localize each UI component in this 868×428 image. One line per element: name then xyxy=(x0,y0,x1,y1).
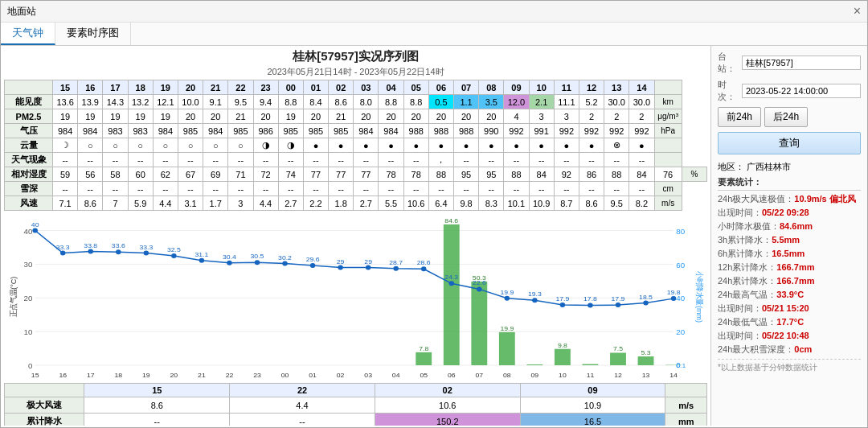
svg-text:24.3: 24.3 xyxy=(444,274,458,282)
svg-rect-26 xyxy=(583,364,599,365)
svg-text:5.3: 5.3 xyxy=(641,348,651,356)
svg-text:84.6: 84.6 xyxy=(444,216,458,224)
next-24h-button[interactable]: 后24h xyxy=(764,107,808,127)
time-label: 时次： xyxy=(718,79,739,103)
right-panel: 台站： 时次： 前24h 后24h 查询 地区： 广西桂林市 要素统计： 24h… xyxy=(710,46,867,426)
svg-text:16: 16 xyxy=(59,371,67,379)
region-label: 地区： xyxy=(718,162,744,171)
svg-rect-21 xyxy=(499,332,515,365)
svg-text:17: 17 xyxy=(87,371,95,379)
svg-rect-23 xyxy=(526,364,542,365)
svg-point-60 xyxy=(421,266,427,271)
svg-text:06: 06 xyxy=(448,371,456,379)
svg-text:17.9: 17.9 xyxy=(555,294,569,302)
svg-text:80: 80 xyxy=(676,228,685,237)
svg-point-40 xyxy=(144,251,149,256)
svg-text:00: 00 xyxy=(281,371,289,379)
svg-text:40: 40 xyxy=(24,228,33,236)
svg-text:18: 18 xyxy=(114,371,122,379)
svg-point-72 xyxy=(588,302,593,307)
svg-text:10: 10 xyxy=(559,371,567,379)
svg-text:31.1: 31.1 xyxy=(194,250,208,258)
svg-text:40: 40 xyxy=(31,220,39,228)
svg-rect-29 xyxy=(638,356,654,365)
nav-buttons: 前24h 后24h xyxy=(718,107,861,127)
svg-text:22.6: 22.6 xyxy=(473,279,486,287)
svg-point-74 xyxy=(616,302,621,307)
svg-text:30.2: 30.2 xyxy=(278,253,292,261)
time-input[interactable] xyxy=(742,84,861,98)
svg-text:29: 29 xyxy=(364,257,372,265)
close-button[interactable]: × xyxy=(854,4,861,19)
svg-text:33.3: 33.3 xyxy=(139,243,153,251)
svg-text:03: 03 xyxy=(364,371,372,379)
svg-text:0.1: 0.1 xyxy=(676,361,686,369)
svg-point-66 xyxy=(505,296,510,301)
svg-text:19.3: 19.3 xyxy=(528,290,542,298)
tab-weather-clock[interactable]: 天气钟 xyxy=(1,23,55,45)
svg-text:22: 22 xyxy=(226,371,234,379)
svg-point-42 xyxy=(171,253,177,258)
svg-text:02: 02 xyxy=(337,371,345,379)
svg-point-50 xyxy=(282,261,288,266)
svg-text:05: 05 xyxy=(420,371,428,379)
svg-text:21: 21 xyxy=(198,371,206,379)
main-window: 地面站 × 天气钟 要素时序图 桂林[57957]实况序列图 2023年05月2… xyxy=(0,0,868,428)
svg-text:0: 0 xyxy=(28,362,32,370)
stat-item: 小时降水极值：84.6mm xyxy=(718,220,861,233)
left-panel: 桂林[57957]实况序列图 2023年05月21日14时 - 2023年05月… xyxy=(1,46,710,426)
main-content: 桂林[57957]实况序列图 2023年05月21日14时 - 2023年05月… xyxy=(1,46,867,426)
stat-item: 出现时间：05/21 15:20 xyxy=(718,302,861,315)
svg-point-56 xyxy=(366,265,371,270)
svg-text:33.6: 33.6 xyxy=(112,242,125,250)
svg-rect-24 xyxy=(555,349,571,365)
svg-point-38 xyxy=(116,249,121,254)
stat-item: 出现时间：05/22 10:48 xyxy=(718,330,861,342)
stat-item: 3h累计降水：5.5mm xyxy=(718,234,861,246)
svg-point-46 xyxy=(227,261,232,265)
svg-point-52 xyxy=(310,263,316,268)
svg-text:07: 07 xyxy=(475,371,483,379)
svg-text:19.8: 19.8 xyxy=(667,288,681,296)
svg-text:30.5: 30.5 xyxy=(251,253,264,261)
title-bar: 地面站 × xyxy=(1,1,867,23)
svg-text:28.6: 28.6 xyxy=(417,259,431,267)
svg-text:10: 10 xyxy=(24,328,33,336)
svg-point-64 xyxy=(477,286,482,291)
query-button[interactable]: 查询 xyxy=(718,132,861,154)
svg-text:29.6: 29.6 xyxy=(306,255,320,263)
svg-point-48 xyxy=(255,260,260,265)
svg-text:9.8: 9.8 xyxy=(558,341,567,349)
chart-subtitle: 2023年05月21日14时 - 2023年05月22日14时 xyxy=(4,66,707,78)
stats-title: 要素统计： xyxy=(718,176,861,191)
svg-point-44 xyxy=(199,258,205,263)
svg-text:19.9: 19.9 xyxy=(500,324,514,332)
svg-text:30.4: 30.4 xyxy=(223,253,236,261)
svg-text:12: 12 xyxy=(614,371,622,379)
stat-item: 24h最高气温：33.9°C xyxy=(718,289,861,301)
svg-text:33.8: 33.8 xyxy=(84,241,97,249)
svg-text:20: 20 xyxy=(676,328,685,336)
svg-text:15: 15 xyxy=(31,371,39,379)
svg-text:18.5: 18.5 xyxy=(639,293,653,301)
footnote: *以上数据基于分钟数据统计 xyxy=(718,359,861,373)
svg-point-54 xyxy=(338,265,343,270)
stat-item: 出现时间：05/22 09:28 xyxy=(718,207,861,219)
svg-rect-15 xyxy=(416,352,432,365)
svg-text:23: 23 xyxy=(253,371,261,379)
time-row: 时次： xyxy=(718,79,861,103)
station-input[interactable] xyxy=(742,56,861,70)
svg-rect-17 xyxy=(444,224,460,365)
svg-point-58 xyxy=(393,266,399,271)
svg-text:小时降水量(mm): 小时降水量(mm) xyxy=(695,271,703,323)
svg-text:7.5: 7.5 xyxy=(613,345,623,353)
tab-time-series[interactable]: 要素时序图 xyxy=(55,23,131,45)
stat-item: 24h最大积雪深度：0cm xyxy=(718,344,861,356)
prev-24h-button[interactable]: 前24h xyxy=(718,107,761,127)
svg-text:正点气温(°C): 正点气温(°C) xyxy=(10,277,18,318)
stat-item: 24h累计降水：166.7mm xyxy=(718,275,861,287)
svg-text:11: 11 xyxy=(587,371,595,379)
svg-text:7.8: 7.8 xyxy=(419,344,428,352)
svg-text:04: 04 xyxy=(392,371,400,379)
svg-text:20: 20 xyxy=(24,295,33,303)
